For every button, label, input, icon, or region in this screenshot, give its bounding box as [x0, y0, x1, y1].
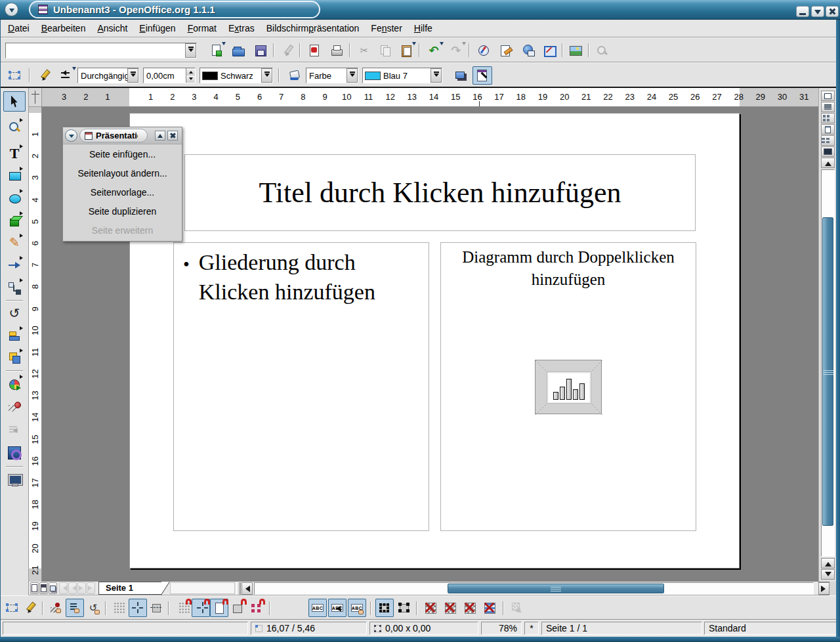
print-button[interactable] [327, 41, 346, 60]
connector-tool[interactable] [3, 277, 26, 297]
arrange-tool[interactable] [3, 347, 26, 368]
panel-item-insert-page[interactable]: Seite einfügen... [63, 144, 182, 163]
quick-edit-button[interactable]: ABC [308, 599, 327, 617]
notes-view-button[interactable] [821, 124, 835, 135]
line-button[interactable] [35, 66, 55, 85]
insert-tool[interactable] [3, 374, 26, 394]
menu-item[interactable]: Fenster [365, 21, 408, 35]
vscroll-up-button-bottom[interactable] [821, 558, 835, 568]
double-click-edit-button[interactable]: ABC [348, 599, 366, 617]
curve-tool[interactable]: ✎ [3, 232, 26, 253]
layer-mode-button[interactable] [49, 582, 57, 594]
panel-item-page-style[interactable]: Seitenvorlage... [63, 182, 182, 202]
rotation-mode-button[interactable] [22, 599, 40, 617]
navigator-button[interactable] [474, 41, 494, 60]
url-dropdown-button[interactable] [185, 43, 196, 58]
window-menu-button[interactable] [5, 3, 18, 16]
alignment-tool[interactable] [3, 325, 26, 345]
line-style-combo[interactable]: Durchgängig [77, 68, 139, 83]
panel-close-button[interactable] [167, 131, 178, 140]
menu-item[interactable]: Bildschirmpräsentation [261, 21, 366, 35]
select-tool[interactable] [3, 91, 26, 112]
3d-controller-tool[interactable] [3, 442, 26, 463]
snap-to-object-points-button[interactable] [247, 599, 265, 617]
contour-mode-button[interactable] [480, 599, 499, 617]
menu-item[interactable]: Extras [222, 21, 261, 35]
horizontal-ruler[interactable]: 321 123456789101112131415161718192021222… [42, 88, 818, 107]
chart-placeholder-frame[interactable] [535, 360, 602, 414]
presentation-panel[interactable]: Präsentation Seite einfügen... Seitenlay… [62, 127, 182, 242]
slide[interactable]: Titel durch Klicken hinzufügen • Glieder… [129, 113, 740, 568]
area-button[interactable] [285, 66, 304, 85]
fill-color-combo[interactable]: Blau 7 [362, 68, 442, 83]
show-grid-button[interactable] [110, 599, 129, 617]
menu-item[interactable]: Ansicht [91, 21, 133, 35]
menu-item[interactable]: Bearbeiten [35, 21, 92, 35]
maximize-button[interactable] [811, 6, 824, 17]
zoom-tool[interactable] [3, 117, 26, 137]
title-placeholder[interactable]: Titel durch Klicken hinzufügen [184, 154, 696, 231]
spinner-buttons[interactable] [186, 68, 195, 83]
fill-type-combo[interactable]: Farbe [306, 68, 358, 83]
panel-menu-button[interactable] [65, 129, 77, 142]
menu-item[interactable]: Einfügen [133, 21, 181, 35]
vscroll-up-button[interactable] [821, 158, 835, 168]
export-pdf-button[interactable] [304, 41, 324, 60]
hscroll-left-button[interactable] [242, 582, 253, 595]
page-mode-button[interactable] [30, 582, 39, 594]
line-color-combo[interactable]: Schwarz [200, 68, 273, 83]
stylist-button[interactable] [496, 41, 516, 60]
menu-item[interactable]: Datei [2, 21, 35, 35]
presentation-button[interactable] [3, 469, 26, 490]
snap-grid-magnet-button[interactable] [173, 599, 192, 617]
scrollbar-splitter[interactable] [236, 582, 241, 595]
page-style-field[interactable]: Standard [704, 622, 837, 635]
menu-item[interactable]: Hilfe [408, 21, 438, 35]
line-style-dropdown[interactable] [127, 68, 138, 83]
show-guides-button[interactable] [147, 599, 165, 617]
large-handles-button[interactable] [395, 599, 413, 617]
line-width-value[interactable]: 0,00cm [144, 71, 186, 81]
menu-item[interactable]: Format [182, 21, 222, 35]
open-button[interactable] [228, 41, 248, 60]
ellipse-tool[interactable] [3, 188, 26, 208]
panel-titlebar[interactable]: Präsentation [63, 127, 182, 144]
vscroll-down-button[interactable] [821, 569, 835, 580]
minimize-button[interactable] [796, 6, 809, 17]
line-width-spinner[interactable]: 0,00cm [143, 68, 196, 83]
zoom-button[interactable] [539, 41, 559, 60]
hyperlink-button[interactable] [518, 41, 538, 60]
panel-item-duplicate-page[interactable]: Seite duplizieren [63, 202, 182, 221]
ruler-origin-button[interactable] [29, 88, 42, 107]
edit-points-mode-button[interactable] [3, 599, 22, 617]
select-text-area-button[interactable]: ABC [328, 599, 346, 617]
save-button[interactable] [251, 41, 270, 60]
vertical-ruler[interactable]: 123456789101112131415161718192021 [29, 107, 42, 582]
outline-view-button[interactable] [821, 102, 835, 112]
vscroll-track[interactable] [821, 169, 835, 557]
paste-button[interactable] [396, 41, 416, 60]
presentation-panel-toggle[interactable] [472, 66, 492, 85]
rotation-allowed-button[interactable]: ↺ [84, 599, 102, 617]
hscroll-thumb[interactable] [448, 584, 664, 593]
fill-placeholder-button[interactable] [461, 599, 479, 617]
rotate-tool[interactable]: ↺ [3, 303, 26, 323]
arrow-style-button[interactable] [56, 66, 76, 85]
panel-rollup-button[interactable] [155, 131, 165, 140]
hscroll-track[interactable] [254, 582, 814, 595]
hscroll-right-button[interactable] [818, 582, 830, 595]
start-presentation-button[interactable] [821, 146, 835, 157]
fill-type-dropdown[interactable] [346, 68, 358, 83]
page-tab[interactable]: Seite 1 [98, 582, 161, 595]
text-tool[interactable]: T [3, 143, 26, 163]
new-document-button[interactable] [206, 41, 226, 60]
spin-up-icon[interactable] [186, 68, 195, 75]
undo-button[interactable]: ↶ [424, 41, 444, 60]
3d-objects-tool[interactable] [3, 210, 26, 230]
url-combobox[interactable] [5, 43, 197, 58]
effects-tool[interactable] [3, 396, 26, 417]
slide-view-button[interactable] [821, 113, 835, 123]
snap-to-guides-button[interactable] [192, 599, 210, 617]
master-mode-button[interactable] [39, 582, 48, 594]
snap-to-object-frame-button[interactable] [228, 599, 247, 617]
